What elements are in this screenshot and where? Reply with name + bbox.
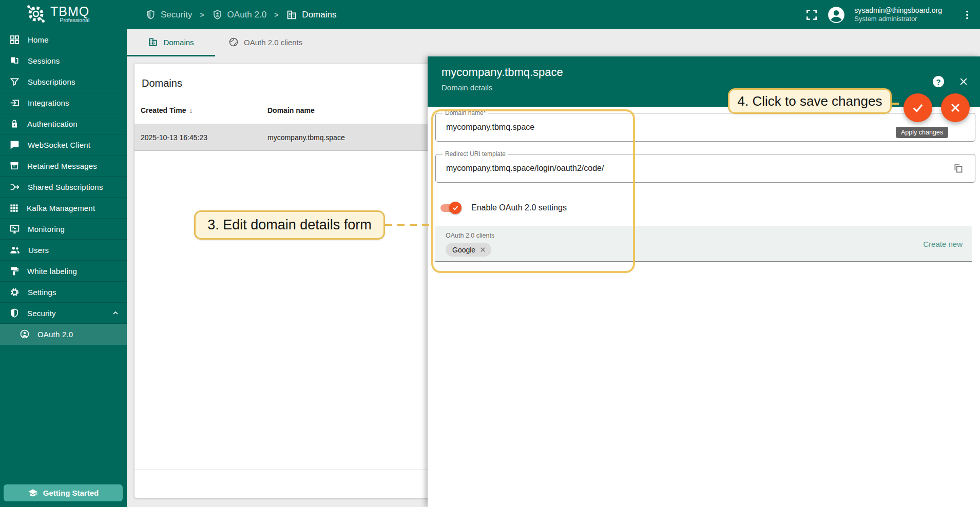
breadcrumb-security[interactable]: Security (145, 9, 192, 20)
check-icon (911, 101, 925, 114)
app-window: TBMQ Professional Security > (0, 0, 980, 507)
tab-label: Domains (163, 38, 194, 47)
logo-title: TBMQ (50, 5, 89, 18)
sidebar-item-label: Security (27, 309, 56, 318)
chevron-up-icon (111, 309, 120, 317)
avatar[interactable] (827, 5, 846, 25)
input-icon (9, 98, 20, 108)
copy-icon[interactable] (953, 163, 964, 174)
gear-icon (9, 287, 20, 298)
tutorial-step4-callout: 4. Click to save changes (728, 88, 892, 114)
sidebar-item-label: White labeling (27, 267, 77, 276)
breadcrumb-label: OAuth 2.0 (227, 10, 267, 20)
user-info[interactable]: sysadmin@thingsboard.org System administ… (854, 6, 942, 23)
breadcrumb-oauth[interactable]: OAuth 2.0 (212, 9, 267, 20)
sidebar-item-monitoring[interactable]: Monitoring (0, 219, 127, 240)
breadcrumb-separator: > (198, 11, 206, 19)
top-bar: TBMQ Professional Security > (0, 0, 980, 29)
format-paint-icon (9, 266, 20, 276)
tutorial-step3-callout: 3. Edit domain details form (194, 210, 385, 240)
tutorial-step4-connector (892, 103, 904, 105)
sidebar-item-label: WebSocket Client (28, 141, 90, 149)
oauth-clients-label: OAuth 2.0 clients (435, 226, 972, 239)
domain-icon (148, 37, 158, 47)
sidebar-item-label: Kafka Management (27, 204, 95, 212)
create-new-link[interactable]: Create new (923, 240, 963, 248)
lock-icon (9, 119, 20, 129)
chip-label: Google (452, 246, 475, 254)
graduation-cap-icon (28, 488, 38, 498)
monitor-icon (9, 224, 20, 235)
domain-details-panel: mycompany.tbmq.space Domain details ? (428, 56, 980, 507)
cell-created-time: 2025-10-13 16:45:23 (141, 133, 267, 142)
sidebar-item-authentication[interactable]: Authentication (0, 113, 127, 134)
sidebar-item-users[interactable]: Users (0, 240, 127, 261)
dashboard-icon (9, 34, 20, 45)
tab-bar: Domains OAuth 2.0 clients (127, 29, 980, 56)
domain-name-input[interactable] (436, 113, 840, 141)
column-created-time[interactable]: Created Time ↓ (141, 106, 267, 114)
close-icon[interactable] (958, 76, 969, 87)
sidebar-item-label: Authentication (27, 120, 78, 128)
sidebar-item-label: Monitoring (28, 225, 65, 233)
user-email: sysadmin@thingsboard.org (854, 6, 942, 15)
sidebar-item-label: Retained Messages (27, 162, 97, 170)
apply-changes-button[interactable] (904, 93, 932, 122)
panel-body: Domain name* Redirect URI template (428, 107, 980, 507)
redirect-uri-input[interactable] (436, 154, 840, 182)
sidebar-item-retained-messages[interactable]: Retained Messages (0, 155, 127, 177)
tutorial-step3-connector (385, 224, 433, 226)
kebab-menu-icon[interactable] (962, 9, 973, 21)
grid-icon (9, 203, 19, 213)
sidebar-item-oauth[interactable]: OAuth 2.0 (0, 324, 127, 345)
breadcrumb: Security > OAuth 2.0 > (145, 0, 336, 29)
tab-label: OAuth 2.0 clients (244, 38, 302, 47)
archive-icon (9, 161, 20, 171)
tbmq-gear-logo-icon (26, 4, 46, 24)
topbar-right: sysadmin@thingsboard.org System administ… (805, 0, 973, 29)
sidebar-item-websocket-client[interactable]: WebSocket Client (0, 134, 127, 155)
client-chip-google[interactable]: Google (446, 243, 491, 257)
domain-icon (286, 9, 297, 21)
sidebar-item-security[interactable]: Security (0, 303, 127, 324)
breadcrumb-separator: > (272, 11, 280, 19)
panel-subtitle: Domain details (441, 83, 980, 92)
chat-icon (9, 140, 20, 150)
sidebar-item-settings[interactable]: Settings (0, 282, 127, 303)
chip-remove-icon[interactable] (479, 246, 487, 254)
call-split-icon (9, 182, 20, 192)
apply-changes-tooltip: Apply changes (896, 127, 948, 138)
redirect-uri-label: Redirect URI template (443, 150, 508, 158)
globe-icon (228, 37, 239, 47)
fullscreen-icon[interactable] (805, 8, 818, 22)
sidebar-item-shared-subscriptions[interactable]: Shared Subscriptions (0, 177, 127, 198)
enable-oauth-toggle[interactable] (440, 204, 460, 212)
breadcrumb-label: Security (161, 10, 192, 20)
sidebar-item-label: Integrations (28, 99, 69, 107)
sidebar-item-label: Subscriptions (28, 77, 75, 86)
tbmq-logo[interactable]: TBMQ Professional (26, 4, 89, 24)
sidebar-item-subscriptions[interactable]: Subscriptions (0, 71, 127, 92)
discard-changes-button[interactable] (941, 93, 970, 122)
sidebar-item-label: Home (28, 35, 49, 44)
tab-domains[interactable]: Domains (127, 29, 215, 56)
sort-desc-icon[interactable]: ↓ (189, 106, 193, 114)
sidebar-item-kafka-management[interactable]: Kafka Management (0, 198, 127, 219)
sidebar-item-sessions[interactable]: Sessions (0, 50, 127, 71)
filter-icon (9, 76, 20, 87)
sidebar-item-integrations[interactable]: Integrations (0, 92, 127, 113)
sidebar-item-label: Users (28, 246, 49, 255)
domain-name-label: Domain name* (443, 109, 488, 116)
sidebar-item-white-labeling[interactable]: White labeling (0, 261, 127, 282)
panel-header: mycompany.tbmq.space Domain details ? (428, 56, 980, 107)
oauth-clients-section: OAuth 2.0 clients Google Create new (435, 226, 972, 262)
sidebar-item-home[interactable]: Home (0, 29, 127, 50)
tab-oauth-clients[interactable]: OAuth 2.0 clients (215, 29, 316, 56)
panel-title: mycompany.tbmq.space (441, 66, 980, 79)
getting-started-label: Getting Started (43, 489, 99, 497)
getting-started-button[interactable]: Getting Started (4, 484, 123, 501)
sidebar-item-label: Shared Subscriptions (28, 183, 103, 191)
user-role: System administrator (854, 15, 942, 23)
sidebar-item-label: Settings (28, 288, 56, 297)
help-icon[interactable]: ? (933, 76, 944, 87)
